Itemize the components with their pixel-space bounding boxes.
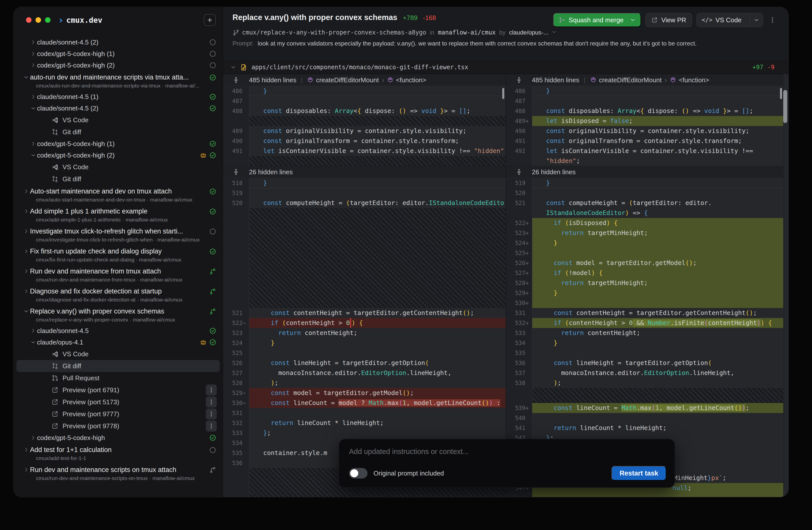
squash-dropdown-chevron-icon[interactable]: [630, 17, 636, 23]
sidebar-branch-item[interactable]: codex/gpt-5-codex-high (2): [16, 59, 220, 71]
sidebar-branch-item[interactable]: claude/sonnet-4.5 (2): [16, 102, 220, 114]
sidebar-task-item[interactable]: Replace v.any() with proper convex schem…: [16, 305, 220, 325]
status-badge: [200, 339, 220, 346]
sidebar-branch-item[interactable]: claude/sonnet-4.5 (1): [16, 91, 220, 102]
chevron-right-icon[interactable]: [29, 62, 37, 68]
hidden-lines-strip[interactable]: 485 hidden lines|createDiffEditorMount›<…: [223, 74, 506, 86]
minimize-window-icon[interactable]: [35, 17, 41, 23]
unfold-icon[interactable]: [506, 76, 532, 84]
chevron-right-icon[interactable]: [29, 435, 37, 441]
task-title: Diagnose and fix docker detection at sta…: [30, 287, 162, 295]
scrollbar-thumb[interactable]: [783, 90, 787, 123]
chevron-right-icon[interactable]: [23, 269, 30, 274]
line-number: 534: [223, 438, 249, 448]
chevron-right-icon[interactable]: [29, 40, 37, 45]
sidebar-branch-item[interactable]: claude/opus-4.1: [16, 336, 220, 348]
chevron-right-icon[interactable]: [23, 288, 30, 294]
sidebar-item-pull-request[interactable]: Pull Request: [16, 372, 220, 384]
sidebar-preview-item[interactable]: Preview (port 5173): [16, 396, 220, 408]
chevron-right-icon[interactable]: [23, 229, 30, 234]
chevron-right-icon[interactable]: [23, 467, 30, 473]
hidden-lines-strip[interactable]: 485 hidden lines|createDiffEditorMount›<…: [506, 74, 789, 86]
sidebar-preview-item[interactable]: Preview (port 9777): [16, 408, 220, 420]
item-label: Preview (port 6791): [62, 386, 119, 394]
squash-and-merge-button[interactable]: Squash and merge: [553, 13, 641, 27]
chevron-down-icon[interactable]: [551, 29, 556, 36]
chevron-down-icon[interactable]: [29, 153, 37, 158]
chevron-right-icon[interactable]: [29, 94, 37, 100]
pane-scrollbar-thumb[interactable]: [502, 88, 504, 99]
chevron-down-icon[interactable]: [29, 340, 37, 345]
chevron-right-icon[interactable]: [23, 447, 30, 453]
collapse-file-chevron-icon[interactable]: [231, 65, 236, 70]
chevron-right-icon[interactable]: [23, 209, 30, 214]
file-bar[interactable]: apps/client/src/components/monaco/monaco…: [223, 60, 788, 74]
sidebar-task-item[interactable]: Investigate tmux click-to-refresh glitch…: [16, 225, 220, 245]
chevron-right-icon[interactable]: [23, 188, 30, 194]
sidebar-task-item[interactable]: auto-run dev and maintenance scripts via…: [16, 71, 220, 91]
open-vscode-button[interactable]: </> VS Code: [696, 13, 763, 27]
chevron-right-icon[interactable]: [29, 328, 37, 333]
line-number: 538: [506, 378, 532, 388]
pane-scrollbar-thumb[interactable]: [780, 88, 782, 99]
view-pr-button[interactable]: View PR: [646, 13, 692, 27]
sidebar-item-vs-code[interactable]: VS Code: [16, 114, 220, 126]
task-title: Add simple 1 plus 1 arithmetic example: [30, 207, 147, 215]
sidebar-task-item[interactable]: Run dev and maintenance from tmux attach…: [16, 265, 220, 285]
sidebar-task-item[interactable]: Fix first-run update check and dialog di…: [16, 245, 220, 265]
chevron-down-icon[interactable]: [23, 309, 30, 314]
sidebar-task-item[interactable]: Auto-start maintenance and dev on tmux a…: [16, 185, 220, 205]
instructions-input[interactable]: Add updated instructions or context...: [349, 447, 666, 456]
task-title: Investigate tmux click-to-refresh glitch…: [30, 228, 183, 235]
sidebar-item-git-diff[interactable]: Git diff: [16, 126, 220, 138]
item-label: Preview (port 9778): [62, 422, 119, 430]
sidebar-task-item[interactable]: Run dev and maintenance scripts on tmux …: [16, 463, 220, 484]
sidebar-preview-item[interactable]: Preview (port 6791): [16, 384, 220, 396]
sidebar-branch-item[interactable]: codex/gpt-5-codex-high: [16, 432, 220, 444]
close-window-icon[interactable]: [26, 17, 31, 23]
sidebar-item-vs-code[interactable]: VS Code: [16, 348, 220, 360]
line-number: 490: [223, 136, 249, 146]
preview-options-icon[interactable]: [206, 397, 217, 407]
toggle-knob: [350, 469, 358, 477]
vscode-dropdown-chevron-icon[interactable]: [750, 13, 763, 27]
new-task-button[interactable]: +: [204, 14, 216, 26]
chevron-right-icon[interactable]: [29, 141, 37, 146]
chevron-right-icon[interactable]: [23, 248, 30, 254]
zoom-window-icon[interactable]: [45, 17, 50, 23]
sidebar-task-item[interactable]: Add simple 1 plus 1 arithmetic examplecm…: [16, 205, 220, 225]
branch-label: claude/sonnet-4.5 (2): [37, 104, 99, 112]
unfold-icon[interactable]: [506, 169, 532, 175]
hidden-lines-strip[interactable]: 26 hidden lines: [223, 166, 506, 178]
line-number: 529+: [506, 288, 532, 298]
preview-options-icon[interactable]: [206, 420, 217, 431]
line-number: 522−: [223, 318, 249, 328]
sidebar-item-vs-code[interactable]: VS Code: [16, 161, 220, 173]
sidebar-preview-item[interactable]: Preview (port 9778): [16, 420, 220, 432]
chevron-right-icon[interactable]: [29, 51, 37, 57]
sidebar-branch-item[interactable]: codex/gpt-5-codex-high (2): [16, 149, 220, 161]
unfold-icon[interactable]: [223, 169, 249, 175]
preview-options-icon[interactable]: [206, 409, 217, 419]
hidden-lines-strip[interactable]: 26 hidden lines: [506, 166, 789, 178]
agent-name[interactable]: claude/opus-...: [509, 29, 548, 36]
sidebar-branch-item[interactable]: codex/gpt-5-codex-high (1): [16, 138, 220, 149]
header-overflow-menu-icon[interactable]: [768, 13, 778, 27]
sidebar-item-git-diff[interactable]: Git diff: [16, 360, 220, 372]
diff-pane-modified: 485 hidden lines|createDiffEditorMount›<…: [506, 74, 789, 497]
diff-line: 492 let isContainerVisible = container.s…: [506, 146, 789, 156]
sidebar-item-git-diff[interactable]: Git diff: [16, 173, 220, 185]
sidebar-task-item[interactable]: Diagnose and fix docker detection at sta…: [16, 285, 220, 305]
chevron-down-icon[interactable]: [29, 105, 37, 111]
sidebar-task-item[interactable]: Add test for 1+1 calculationcmux/add-tes…: [16, 444, 220, 463]
preview-options-icon[interactable]: [206, 385, 217, 396]
sidebar-branch-item[interactable]: claude/sonnet-4.5 (2): [16, 37, 220, 48]
restart-task-button[interactable]: Restart task: [611, 466, 666, 481]
line-number: 530+: [506, 298, 532, 308]
unfold-icon[interactable]: [223, 76, 249, 84]
window-controls[interactable]: [26, 17, 50, 23]
chevron-down-icon[interactable]: [23, 74, 30, 80]
original-prompt-toggle[interactable]: [349, 468, 367, 478]
sidebar-branch-item[interactable]: codex/gpt-5-codex-high (1): [16, 48, 220, 59]
sidebar-branch-item[interactable]: claude/sonnet-4.5: [16, 325, 220, 336]
